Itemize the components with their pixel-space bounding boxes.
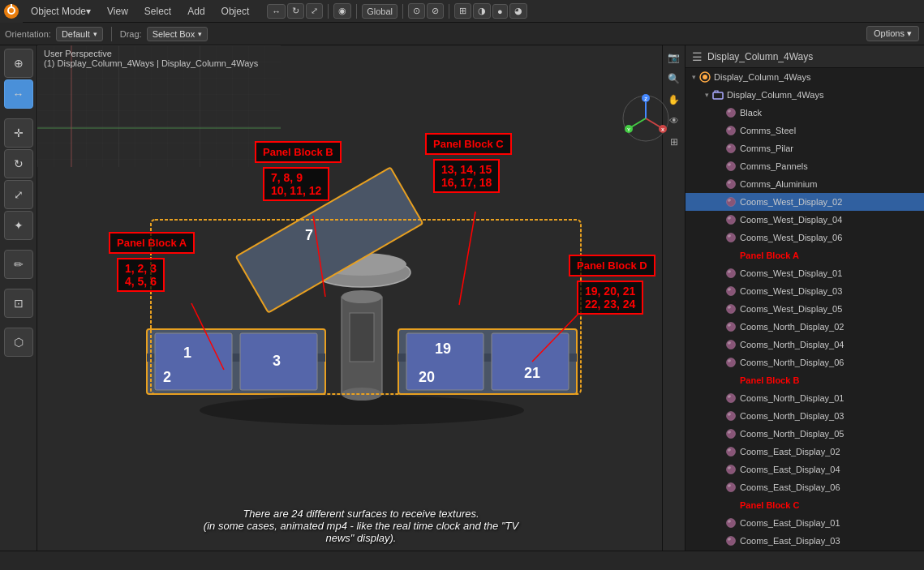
panel-c-numbers: 13, 14, 1516, 17, 18 [433,159,500,193]
menu-select[interactable]: Select [136,0,179,22]
svg-point-90 [727,537,736,546]
add-cube-tool[interactable]: ⬡ [4,328,33,357]
tree-item[interactable]: Cooms_North_Display_04 [685,336,924,354]
svg-rect-13 [350,313,374,362]
orientation-label: Orientation: [5,29,51,39]
svg-point-48 [727,109,736,118]
drag-label: Drag: [120,29,142,39]
cursor-tool[interactable]: ⊕ [4,49,33,78]
tree-item[interactable]: Cooms_East_Display_03 [685,532,924,550]
outliner-panel: ☰ Display_Column_4Ways ▾Display_Column_4… [685,45,924,551]
global-dropdown[interactable]: Global [362,4,398,19]
panel-b-numbers: 7, 8, 910, 11, 12 [263,167,329,201]
svg-point-50 [727,126,736,135]
tree-item[interactable]: Cooms_East_Display_06 [685,478,924,496]
xyz-gizmo: Z X Y [621,94,670,143]
select-tool[interactable]: ↔ [4,79,33,109]
tree-item[interactable]: Black [685,104,924,122]
pivot-icon[interactable]: ◉ [333,3,351,19]
rotate-tool[interactable]: ↻ [4,149,33,178]
tree-item[interactable]: Panel Block C [685,496,924,514]
transform-icon-1[interactable]: ↔ [267,4,286,19]
svg-point-80 [727,430,736,439]
menu-add[interactable]: Add [179,0,213,22]
menu-object[interactable]: Object [213,0,258,22]
tree-item[interactable]: Cooms_East_Display_01 [685,514,924,532]
tree-item[interactable]: Cooms_West_Display_03 [685,282,924,300]
panel-d-numbers: 19, 20, 2122, 23, 24 [577,281,643,315]
outliner-tree[interactable]: ▾Display_Column_4Ways▾Display_Column_4Wa… [685,68,924,551]
svg-point-46 [703,75,707,79]
material-icon[interactable]: ◕ [509,3,527,19]
transform-icon-3[interactable]: ⤢ [306,3,323,19]
options-button[interactable]: Options ▾ [866,26,919,41]
tree-item[interactable]: Cooms_West_Display_02 [685,193,924,211]
outliner-icon: ☰ [692,50,703,63]
top-menu-bar: Object Mode ▾ View Select Add Object ↔ ↻… [0,0,924,23]
panel-block-d-label: Panel Block D [569,255,655,276]
tree-item[interactable]: Cooms_West_Display_06 [685,229,924,246]
main-layout: ⊕ ↔ ✛ ↻ ⤢ ✦ ✏ ⊡ ⬡ [0,45,924,551]
tree-item[interactable]: Cooms_North_Display_03 [685,407,924,425]
svg-point-70 [727,323,736,332]
proportional-icon[interactable]: ⊘ [427,3,444,19]
transform-tool[interactable]: ✦ [4,211,33,240]
tree-item[interactable]: Cooms_West_Display_05 [685,300,924,318]
tree-item[interactable]: Cooms_North_Display_05 [685,425,924,443]
svg-text:1: 1 [183,345,191,361]
svg-point-62 [727,234,736,242]
tree-item[interactable]: ▾Display_Column_4Ways [685,86,924,104]
transform-icon-2[interactable]: ↻ [287,3,304,19]
svg-point-72 [727,341,736,349]
left-toolbar: ⊕ ↔ ✛ ↻ ⤢ ✦ ✏ ⊡ ⬡ [0,45,37,551]
tree-item[interactable]: Cooms_West_Display_01 [685,264,924,282]
zoom-icon[interactable]: 🔍 [665,70,683,88]
measure-tool[interactable]: ⊡ [4,289,33,318]
tree-item[interactable]: Comms_Steel [685,122,924,139]
viewport-header-line2: (1) Display_Column_4Ways | Display_Colum… [44,58,258,68]
svg-point-82 [727,448,736,456]
svg-text:21: 21 [524,365,540,381]
tree-item[interactable]: Comms_Pannels [685,157,924,175]
tree-item[interactable]: Cooms_East_Display_02 [685,443,924,461]
svg-point-88 [727,519,736,528]
drag-dropdown[interactable]: Select Box [147,27,208,41]
caption-line2: (in some cases, animated mp4 - like the … [200,520,523,544]
solid-icon[interactable]: ● [492,4,508,19]
svg-point-52 [727,144,736,153]
tree-item[interactable]: Panel Block B [685,371,924,389]
menu-view[interactable]: View [99,0,136,22]
tree-item[interactable]: Comms_Pilar [685,139,924,157]
move-tool[interactable]: ✛ [4,118,33,148]
tree-item[interactable]: Cooms_North_Display_02 [685,318,924,336]
svg-point-74 [727,358,736,367]
tree-item[interactable]: ▾Display_Column_4Ways [685,68,924,86]
svg-rect-47 [713,92,723,99]
tree-item[interactable]: Comms_Aluminium [685,175,924,193]
svg-text:Z: Z [644,96,647,101]
camera-persp-icon[interactable]: 📷 [665,49,683,66]
tree-item[interactable]: Cooms_West_Display_04 [685,211,924,229]
annotate-tool[interactable]: ✏ [4,250,33,279]
svg-point-9 [342,290,382,303]
mirror-icon[interactable]: ⊞ [454,3,471,19]
svg-point-58 [727,198,736,207]
render-mode-icon[interactable]: ◑ [473,3,491,19]
svg-point-60 [727,216,736,225]
menu-object-mode[interactable]: Object Mode ▾ [23,0,99,22]
tree-item[interactable]: Cooms_North_Display_01 [685,389,924,407]
viewport-header: User Perspective (1) Display_Column_4Way… [44,49,258,68]
viewport[interactable]: User Perspective (1) Display_Column_4Way… [37,45,685,551]
svg-point-56 [727,180,736,189]
scale-tool[interactable]: ⤢ [4,180,33,209]
panel-a-numbers: 1, 2, 34, 5, 6 [117,258,165,292]
snap-icon[interactable]: ⊙ [408,3,425,19]
separator-1 [328,4,329,19]
orientation-dropdown[interactable]: Default [56,27,103,41]
svg-text:2: 2 [163,369,171,385]
tree-item[interactable]: Cooms_North_Display_06 [685,354,924,371]
svg-point-66 [727,287,736,296]
svg-text:20: 20 [419,369,435,385]
tree-item[interactable]: Panel Block A [685,246,924,264]
tree-item[interactable]: Cooms_East_Display_04 [685,461,924,478]
